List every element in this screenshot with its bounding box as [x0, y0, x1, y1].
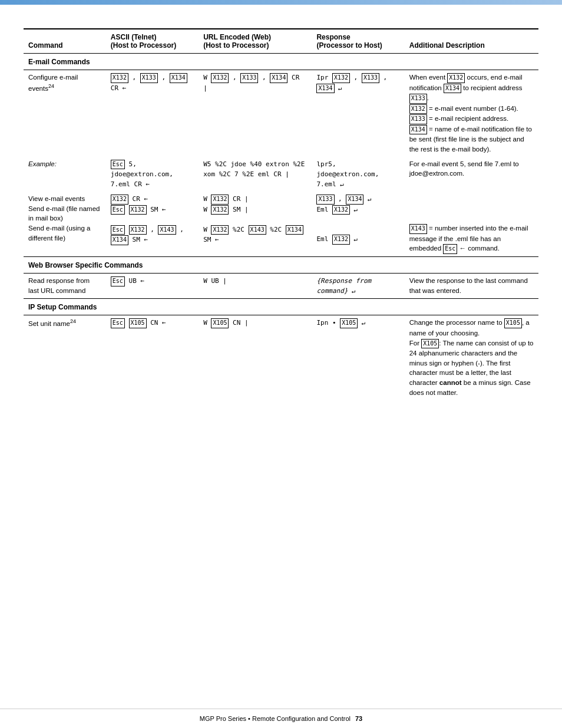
url-view-email: W X132 CR | W X132 SM | W X132 %2C X143 … [199, 192, 312, 256]
table-row-ip: Set unit name24 Esc X105 CN ← W X105 CN … [24, 315, 538, 400]
desc-configure-email: When event X132 occurs, end e-mail notif… [405, 70, 538, 157]
page-content: Command ASCII (Telnet) (Host to Processo… [0, 5, 562, 435]
cmd-example-label: Example: [24, 157, 106, 192]
section-label-email: E-mail Commands [24, 54, 538, 70]
col-ascii-header: ASCII (Telnet) (Host to Processor) [106, 29, 199, 54]
cmd-read-response: Read response from last URL command [24, 274, 106, 299]
desc-set-unit-name: Change the processor name to X105, a nam… [405, 315, 538, 400]
main-table: Command ASCII (Telnet) (Host to Processo… [24, 28, 538, 400]
desc-read-response: View the response to the last command th… [405, 274, 538, 299]
section-label-web: Web Browser Specific Commands [24, 256, 538, 273]
desc-example: For e-mail event 5, send file 7.eml to j… [405, 157, 538, 192]
col-desc-header: Additional Description [405, 29, 538, 54]
response-example: lpr5, jdoe@extron.com, 7.eml ↵ [312, 157, 404, 192]
response-read-response: {Response from command} ↵ [312, 274, 404, 299]
url-configure-email: W X132 , X133 , X134 CR | [199, 70, 312, 157]
section-label-ip: IP Setup Commands [24, 299, 538, 315]
col-url-header: URL Encoded (Web) (Host to Processor) [199, 29, 312, 54]
ascii-read-response: Esc UB ← [106, 274, 199, 299]
url-example: W5 %2C jdoe %40 extron %2E xom %2C 7 %2E… [199, 157, 312, 192]
col-command-header: Command [24, 29, 106, 54]
ascii-set-unit-name: Esc X105 CN ← [106, 315, 199, 400]
cmd-view-email: View e-mail events Send e-mail (file nam… [24, 192, 106, 256]
section-header-email: E-mail Commands [24, 54, 538, 70]
table-row: Configure e-mail events24 X132 , X133 , … [24, 70, 538, 157]
section-header-ip: IP Setup Commands [24, 299, 538, 315]
section-header-web: Web Browser Specific Commands [24, 256, 538, 273]
desc-view-email: X143 = number inserted into the e-mail m… [405, 192, 538, 256]
ascii-configure-email: X132 , X133 , X134 CR ← [106, 70, 199, 157]
page-footer: MGP Pro Series • Remote Configuration an… [0, 709, 562, 728]
table-row-example: Example: Esc 5, jdoe@extron.com, 7.eml C… [24, 157, 538, 192]
cmd-set-unit-name: Set unit name24 [24, 315, 106, 400]
table-row-web: Read response from last URL command Esc … [24, 274, 538, 299]
url-read-response: W UB | [199, 274, 312, 299]
top-bar [0, 0, 562, 5]
ascii-view-email: X132 CR ← Esc X132 SM ← Esc X132 , X143 … [106, 192, 199, 256]
response-configure-email: Ipr X132 , X133 , X134 ↵ [312, 70, 404, 157]
table-row-view-email: View e-mail events Send e-mail (file nam… [24, 192, 538, 256]
footer-text: MGP Pro Series • Remote Configuration an… [200, 715, 351, 722]
response-view-email: X133 , X134 ↵ Eml X132 ↵ Eml X132 ↵ [312, 192, 404, 256]
footer-page-number: 73 [355, 715, 362, 722]
url-set-unit-name: W X105 CN | [199, 315, 312, 400]
ascii-example: Esc 5, jdoe@extron.com, 7.eml CR ← [106, 157, 199, 192]
response-set-unit-name: Ipn • X105 ↵ [312, 315, 404, 400]
col-response-header: Response (Processor to Host) [312, 29, 404, 54]
cmd-configure-email: Configure e-mail events24 [24, 70, 106, 157]
table-header-row: Command ASCII (Telnet) (Host to Processo… [24, 29, 538, 54]
